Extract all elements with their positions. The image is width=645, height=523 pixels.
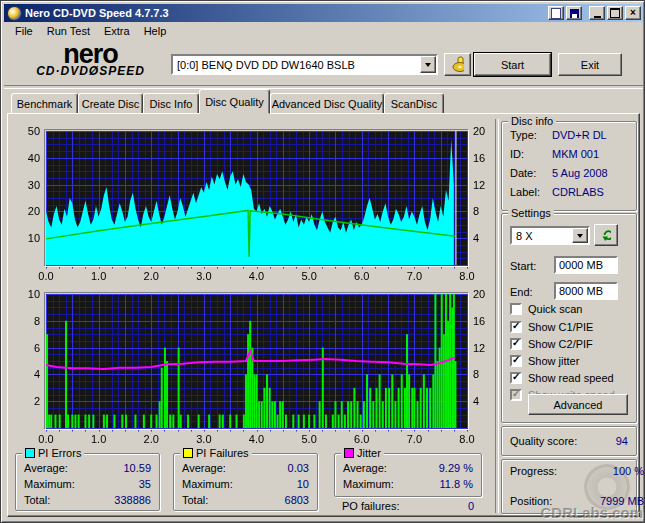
pi-errors-chart — [9, 122, 493, 283]
pi-errors-legend: PI Errors — [38, 447, 81, 459]
disc-info-legend: Disc info — [511, 115, 553, 127]
pi-errors-swatch — [25, 448, 35, 458]
speed-select-arrow[interactable] — [572, 228, 588, 243]
exit-button[interactable]: Exit — [558, 53, 622, 76]
maximize-button[interactable] — [607, 6, 623, 20]
start-input[interactable] — [554, 256, 618, 274]
start-button[interactable]: Start — [474, 53, 551, 76]
jitter-box: Jitter Average:9.29 % Maximum:11.8 % — [334, 453, 482, 497]
window-title: Nero CD-DVD Speed 4.7.7.3 — [25, 7, 546, 19]
copy-icon — [551, 8, 561, 19]
checkbox-show-c1-pie[interactable]: Show C1/PIE — [510, 320, 593, 334]
refresh-icon — [601, 228, 611, 242]
pif-total: 6803 — [285, 494, 309, 508]
disc-type: DVD+R DL — [552, 129, 607, 141]
cdrlabs-watermark: CDRLabs.com — [540, 504, 643, 521]
tab-scandisc[interactable]: ScanDisc — [384, 93, 444, 114]
logo-line1: nero — [23, 43, 158, 65]
menu-help[interactable]: Help — [137, 23, 174, 39]
checkbox-icon — [510, 303, 522, 315]
pi-failures-jitter-chart — [9, 285, 493, 446]
pif-average: 0.03 — [288, 462, 309, 476]
nero-logo: nero CD·DVDØSPEED — [23, 43, 158, 78]
start-label: Start: — [510, 260, 536, 272]
tab-disc-quality[interactable]: Disc Quality — [199, 89, 270, 114]
settings-box: Settings 8 X Start: End: Quick scan Show… — [501, 213, 637, 423]
chevron-down-icon — [577, 234, 583, 238]
copy-window-button[interactable] — [548, 6, 564, 20]
checkbox-quick-scan[interactable]: Quick scan — [510, 302, 582, 316]
close-button[interactable]: × — [625, 6, 641, 20]
pie-average: 10.59 — [123, 462, 151, 476]
end-input[interactable] — [554, 282, 618, 300]
app-icon — [7, 6, 22, 21]
checkbox-show-read-speed[interactable]: Show read speed — [510, 371, 614, 385]
pi-errors-box: PI Errors Average:10.59 Maximum:35 Total… — [15, 453, 160, 511]
advanced-button[interactable]: Advanced — [528, 394, 628, 415]
pie-total: 338886 — [114, 494, 151, 508]
jitter-maximum: 11.8 % — [440, 478, 473, 492]
tab-disc-info[interactable]: Disc Info — [143, 93, 199, 114]
disc-id: MKM 001 — [552, 148, 599, 160]
tab-advanced-disc-quality[interactable]: Advanced Disc Quality — [270, 93, 384, 114]
title-bar[interactable]: Nero CD-DVD Speed 4.7.7.3 × — [4, 4, 643, 22]
menu-extra[interactable]: Extra — [97, 23, 137, 39]
vertical-divider — [495, 119, 499, 513]
jitter-average: 9.29 % — [439, 462, 473, 476]
eject-button[interactable] — [444, 53, 471, 76]
maximize-icon — [610, 8, 620, 18]
po-failures-row: PO failures: 0 — [342, 500, 474, 512]
disc-info-box: Disc info Type:DVD+R DL ID:MKM 001 Date:… — [501, 121, 637, 211]
checkbox-show-c2-pif[interactable]: Show C2/PIF — [510, 337, 593, 351]
menu-bar: File Run Test Extra Help — [4, 22, 645, 40]
menu-file[interactable]: File — [8, 23, 40, 39]
pie-maximum: 35 — [139, 478, 151, 492]
pi-failures-box: PI Failures Average:0.03 Maximum:10 Tota… — [173, 453, 318, 511]
disc-date: 5 Aug 2008 — [552, 167, 608, 179]
checkbox-icon — [510, 338, 522, 350]
jitter-legend: Jitter — [357, 447, 381, 459]
quality-score-box: Quality score:94 — [501, 426, 637, 456]
disc-label: CDRLABS — [552, 186, 604, 198]
pi-failures-swatch — [183, 448, 193, 458]
checkbox-icon — [510, 372, 522, 384]
quality-score-value: 94 — [616, 435, 628, 449]
po-failures-value: 0 — [468, 500, 474, 512]
drive-select-value: [0:0] BENQ DVD DD DW1640 BSLB — [173, 59, 420, 71]
hand-click-icon — [451, 56, 464, 73]
minimize-icon — [594, 16, 601, 18]
checkbox-icon — [510, 355, 522, 367]
save-button[interactable] — [566, 6, 582, 20]
checkbox-icon — [510, 321, 522, 333]
save-icon — [570, 9, 579, 18]
refresh-button[interactable] — [594, 224, 618, 246]
checkbox-icon — [510, 389, 522, 401]
speed-select[interactable]: 8 X — [510, 226, 590, 245]
speed-select-value: 8 X — [512, 230, 572, 242]
tab-create-disc[interactable]: Create Disc — [78, 93, 143, 114]
jitter-swatch — [344, 448, 354, 458]
pi-failures-legend: PI Failures — [196, 447, 249, 459]
checkbox-show-jitter[interactable]: Show jitter — [510, 354, 579, 368]
header-separator — [4, 85, 643, 89]
drive-select[interactable]: [0:0] BENQ DVD DD DW1640 BSLB — [171, 54, 438, 75]
menu-run-test[interactable]: Run Test — [40, 23, 97, 39]
tab-benchmark[interactable]: Benchmark — [11, 93, 78, 114]
app-window: Nero CD-DVD Speed 4.7.7.3 × File Run Tes… — [0, 0, 645, 523]
minimize-button[interactable] — [589, 6, 605, 20]
settings-legend: Settings — [511, 207, 551, 219]
chevron-down-icon — [425, 63, 431, 67]
pif-maximum: 10 — [297, 478, 309, 492]
end-label: End: — [510, 286, 533, 298]
progress-value: 100 % — [613, 465, 644, 479]
drive-select-arrow[interactable] — [420, 56, 436, 73]
logo-line2: CD·DVDØSPEED — [23, 65, 158, 78]
